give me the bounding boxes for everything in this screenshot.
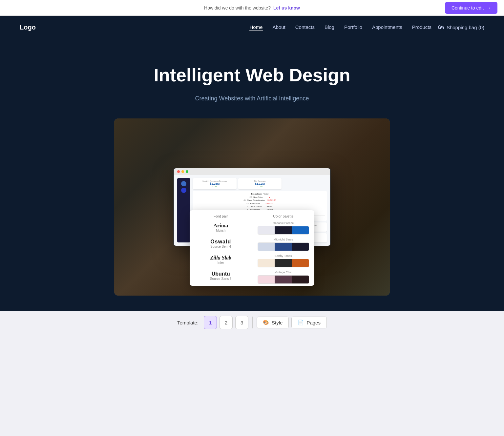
palette-name-earthy: Earthy Tones [258, 254, 309, 258]
swatch-vintage-1 [258, 276, 275, 283]
hero-title: Intelligent Web Design [7, 65, 497, 85]
arrow-icon: → [486, 5, 491, 10]
font-primary-oswald: Oswald [196, 239, 245, 245]
metric-change-2: ↑ 1.2% [240, 185, 280, 187]
continue-edit-button[interactable]: Continue to edit → [445, 2, 497, 14]
font-pair-oswald[interactable]: Oswald Source Serif 4 [195, 238, 247, 250]
metric-card-mrr: Monthly Recurring Revenue $1.26M ↑ 5.9% [193, 178, 237, 189]
swatch-earthy-3 [292, 259, 309, 267]
swatch-vintage-2 [275, 276, 292, 283]
palette-name-vintage: Vintage Chic [258, 271, 309, 274]
website-preview: Logo Home About Contacts Blog Portfolio … [0, 16, 504, 311]
palette-vintage[interactable]: Vintage Chic [258, 271, 309, 284]
palette-earthy[interactable]: Earthy Tones [258, 254, 309, 267]
font-pair-ubuntu[interactable]: Ubuntu Source Sans 3 [195, 270, 247, 282]
template-btn-3[interactable]: 3 [235, 316, 248, 329]
pages-label: Pages [306, 320, 321, 325]
font-primary-arima: Arima [196, 223, 245, 229]
palette-name-oceanic: Oceanic Breeze [258, 221, 309, 225]
overlay-panel: Font pair Arima Mulish Oswald Source Ser… [190, 210, 314, 286]
nav-links: Home About Contacts Blog Portfolio Appoi… [249, 24, 431, 30]
continue-btn-label: Continue to edit [452, 5, 484, 10]
swatch-earthy-2 [275, 259, 292, 267]
hero-section: Intelligent Web Design Creating Websites… [0, 39, 504, 309]
cart-label: Shopping bag (0) [447, 25, 484, 30]
hero-subtitle: Creating Websites with Artificial Intell… [7, 95, 497, 102]
pages-button[interactable]: 📄 Pages [291, 317, 327, 328]
swatch-oceanic-3 [292, 226, 309, 234]
announcement-message: How did we do with the website? [204, 5, 271, 10]
laptop-area: Monthly Recurring Revenue $1.26M ↑ 5.9% … [114, 118, 390, 296]
swatch-midnight-3 [292, 243, 309, 251]
nav-item-contacts[interactable]: Contacts [295, 24, 315, 30]
template-btn-1[interactable]: 1 [204, 316, 217, 329]
nav-link-products[interactable]: Products [412, 24, 431, 30]
titlebar-dot-yellow [181, 170, 184, 173]
hero-image: Monthly Recurring Revenue $1.26M ↑ 5.9% … [114, 118, 390, 296]
font-primary-ubuntu: Ubuntu [196, 271, 245, 277]
swatch-oceanic-2 [275, 226, 292, 234]
metric-value-2: $1.12M [240, 182, 280, 185]
nav-link-home[interactable]: Home [249, 24, 262, 31]
announcement-text: How did we do with the website? Let us k… [204, 5, 300, 10]
nav-item-blog[interactable]: Blog [325, 24, 334, 30]
pages-icon: 📄 [298, 320, 304, 325]
template-btn-2[interactable]: 2 [220, 316, 233, 329]
nav-logo: Logo [20, 24, 36, 31]
metric-value: $1.26M [195, 182, 235, 185]
palette-colors-vintage [258, 275, 309, 284]
sidebar-dot-2 [181, 188, 186, 193]
palette-name-midnight: Midnight Blues [258, 238, 309, 241]
template-label: Template: [177, 320, 199, 325]
nav-item-appointments[interactable]: Appointments [372, 24, 402, 30]
style-label: Style [272, 320, 283, 325]
style-icon: 🎨 [263, 320, 269, 325]
swatch-earthy-1 [258, 259, 275, 267]
font-pair-panel: Font pair Arima Mulish Oswald Source Ser… [190, 210, 252, 286]
titlebar-dot-green [186, 170, 188, 173]
nav-link-portfolio[interactable]: Portfolio [344, 24, 362, 30]
titlebar-dot-red [177, 170, 180, 173]
font-secondary-inter: Inter [196, 261, 245, 264]
font-panel-title: Font pair [195, 214, 247, 218]
nav-item-home[interactable]: Home [249, 24, 262, 30]
nav-item-products[interactable]: Products [412, 24, 431, 30]
font-pair-zillaslab[interactable]: Zilla Slab Inter [195, 254, 247, 266]
swatch-oceanic-1 [258, 226, 275, 234]
color-panel-title: Color palette [258, 214, 309, 218]
nav-item-portfolio[interactable]: Portfolio [344, 24, 362, 30]
font-secondary-sourcesans: Source Sans 3 [196, 277, 245, 280]
announcement-bar: How did we do with the website? Let us k… [0, 0, 504, 16]
let-us-know-link[interactable]: Let us know [273, 5, 300, 10]
style-button[interactable]: 🎨 Style [257, 317, 289, 328]
swatch-vintage-3 [292, 276, 309, 283]
font-pair-arima[interactable]: Arima Mulish [195, 221, 247, 234]
color-palette-panel: Color palette Oceanic Breeze Midnight Bl… [252, 210, 315, 286]
laptop-titlebar [174, 168, 330, 175]
palette-colors-oceanic [258, 226, 309, 235]
nav-link-appointments[interactable]: Appointments [372, 24, 402, 30]
palette-midnight[interactable]: Midnight Blues [258, 238, 309, 251]
swatch-midnight-2 [275, 243, 292, 251]
swatch-midnight-1 [258, 243, 275, 251]
nav-cart[interactable]: 🛍 Shopping bag (0) [438, 24, 484, 31]
main-nav: Logo Home About Contacts Blog Portfolio … [0, 16, 504, 39]
palette-colors-midnight [258, 242, 309, 251]
font-primary-zillaslab: Zilla Slab [196, 255, 245, 261]
font-secondary-mulish: Mulish [196, 229, 245, 232]
bottom-toolbar: Template: 1 2 3 🎨 Style 📄 Pages [0, 311, 504, 334]
nav-link-about[interactable]: About [273, 24, 285, 30]
dashboard-sidebar [177, 178, 190, 242]
sidebar-dot [181, 181, 186, 186]
cart-icon: 🛍 [438, 24, 444, 31]
nav-link-blog[interactable]: Blog [325, 24, 334, 30]
nav-link-contacts[interactable]: Contacts [295, 24, 315, 30]
toolbar-divider [252, 317, 253, 328]
metric-change: ↑ 5.9% [195, 185, 235, 187]
palette-colors-earthy [258, 259, 309, 267]
font-secondary-sourceserif: Source Serif 4 [196, 245, 245, 248]
metric-card-net: Net Revenue $1.12M ↑ 1.2% [238, 178, 282, 189]
palette-oceanic[interactable]: Oceanic Breeze [258, 221, 309, 235]
nav-item-about[interactable]: About [273, 24, 285, 30]
